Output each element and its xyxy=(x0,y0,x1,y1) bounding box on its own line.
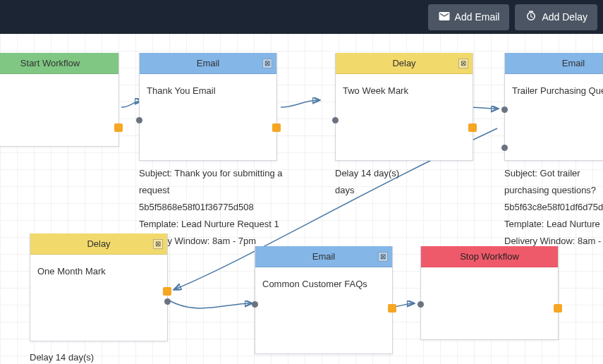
add-email-label: Add Email xyxy=(455,11,500,23)
input-port-2[interactable] xyxy=(501,145,508,151)
input-port[interactable] xyxy=(332,117,339,123)
node-body-title: Two Week Mark xyxy=(343,85,408,96)
add-email-button[interactable]: Add Email xyxy=(428,4,510,30)
toolbar: Add Email Add Delay xyxy=(0,0,603,34)
close-icon[interactable]: ⊠ xyxy=(458,59,468,68)
node-email-thank-you[interactable]: Email ⊠ Thank You Email xyxy=(139,53,277,161)
node-body xyxy=(0,74,118,146)
node-meta-delay2: Delay 14 day(s) xyxy=(30,349,192,364)
meta-delay-unit: days xyxy=(335,182,497,199)
node-body xyxy=(421,267,558,339)
meta-delay: Delay 14 day(s) xyxy=(30,349,192,364)
email-icon xyxy=(438,10,451,25)
node-header: Email ⊠ xyxy=(140,53,276,74)
node-header: Stop Workflow xyxy=(421,246,558,267)
meta-subject: Subject: Thank you for submitting a requ… xyxy=(139,165,301,199)
node-header: Delay ⊠ xyxy=(30,233,167,255)
output-port[interactable] xyxy=(554,304,562,313)
node-body: Common Customer FAQs xyxy=(255,267,392,353)
close-icon[interactable]: ⊠ xyxy=(378,252,388,262)
input-port[interactable] xyxy=(136,117,142,123)
meta-id: 5b5f63c8e58f01df6d75d50 xyxy=(504,199,603,216)
output-port-2[interactable] xyxy=(164,298,171,305)
node-body-title: One Month Mark xyxy=(37,266,106,277)
node-title: Email xyxy=(562,58,585,68)
node-delay-one-month[interactable]: Delay ⊠ One Month Mark xyxy=(30,233,168,341)
node-title: Stop Workflow xyxy=(460,251,519,262)
input-port[interactable] xyxy=(252,301,258,308)
node-body-title: Trailer Purchasing Questions xyxy=(512,85,603,96)
node-title: Start Workflow xyxy=(20,58,80,68)
meta-id: 5b5f5868e58f01f36775d508 xyxy=(139,199,301,216)
node-title: Email xyxy=(197,58,220,68)
output-port[interactable] xyxy=(388,304,396,313)
node-header: Email xyxy=(505,53,603,74)
node-header: Start Workflow xyxy=(0,53,118,74)
node-email-trailer-questions[interactable]: Email Trailer Purchasing Questions xyxy=(504,53,603,161)
add-delay-label: Add Delay xyxy=(542,11,587,23)
meta-template: Template: Lead Nurture Request 1 xyxy=(139,216,301,233)
node-body: Trailer Purchasing Questions xyxy=(505,74,603,160)
node-title: Delay xyxy=(392,58,415,68)
node-meta-delay1: Delay 14 day(s) days xyxy=(335,165,497,199)
workflow-canvas[interactable]: Start Workflow Email ⊠ Thank You Email S… xyxy=(0,34,603,364)
output-port[interactable] xyxy=(468,123,477,132)
node-email-faqs[interactable]: Email ⊠ Common Customer FAQs xyxy=(255,246,393,354)
meta-subject: Subject: Got trailer purchasing question… xyxy=(504,165,603,199)
node-delay-two-week[interactable]: Delay ⊠ Two Week Mark xyxy=(335,53,473,161)
input-port[interactable] xyxy=(501,107,508,113)
node-header: Delay ⊠ xyxy=(336,53,473,74)
node-start-workflow[interactable]: Start Workflow xyxy=(0,53,119,147)
meta-delay: Delay 14 day(s) xyxy=(335,165,497,182)
node-body: Two Week Mark xyxy=(336,74,473,160)
clock-icon xyxy=(525,10,537,25)
input-port[interactable] xyxy=(418,301,424,308)
meta-template: Template: Lead Nurture Re xyxy=(504,216,603,233)
output-port[interactable] xyxy=(163,287,171,296)
close-icon[interactable]: ⊠ xyxy=(262,59,272,68)
node-stop-workflow[interactable]: Stop Workflow xyxy=(420,246,559,340)
node-title: Delay xyxy=(87,238,110,249)
add-delay-button[interactable]: Add Delay xyxy=(515,4,597,30)
node-header: Email ⊠ xyxy=(255,246,392,267)
close-icon[interactable]: ⊠ xyxy=(153,239,163,249)
node-body-title: Common Customer FAQs xyxy=(262,279,367,289)
node-title: Email xyxy=(312,251,336,262)
node-body-title: Thank You Email xyxy=(147,85,216,96)
output-port[interactable] xyxy=(272,123,281,132)
output-port[interactable] xyxy=(114,123,123,132)
node-body: One Month Mark xyxy=(30,255,167,341)
node-body: Thank You Email xyxy=(140,74,276,160)
